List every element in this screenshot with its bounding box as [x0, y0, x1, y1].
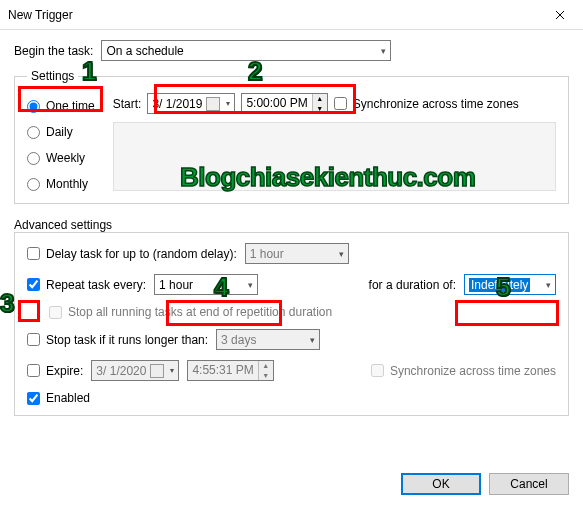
begin-task-combo[interactable]: On a schedule ▾ [101, 40, 391, 61]
sync2-check-input [371, 364, 384, 377]
settings-group: Settings One time Daily Weekly Monthly [14, 69, 569, 204]
begin-task-value: On a schedule [106, 44, 183, 58]
chevron-down-icon: ▾ [242, 280, 253, 290]
radio-monthly[interactable]: Monthly [27, 177, 95, 191]
ok-button[interactable]: OK [401, 473, 481, 495]
window-title: New Trigger [8, 8, 537, 22]
start-label: Start: [113, 97, 142, 111]
chevron-down-icon: ▾ [224, 99, 232, 108]
repeat-check[interactable]: Repeat task every: [27, 278, 146, 292]
sync2-check: Synchronize across time zones [371, 364, 556, 378]
chevron-down-icon: ▾ [168, 366, 176, 375]
chevron-down-icon: ▾ [304, 335, 315, 345]
stop-if-combo: 3 days ▾ [216, 329, 320, 350]
delay-check[interactable]: Delay task for up to (random delay): [27, 247, 237, 261]
delay-check-input[interactable] [27, 247, 40, 260]
start-time-spinner[interactable]: 5:00:00 PM ▲ ▼ [241, 93, 327, 114]
duration-combo[interactable]: Indefinitely ▾ [464, 274, 556, 295]
calendar-icon [150, 364, 164, 378]
repeat-check-input[interactable] [27, 278, 40, 291]
radio-monthly-input[interactable] [27, 178, 40, 191]
sync-timezone-check[interactable]: Synchronize across time zones [334, 97, 519, 111]
enabled-check[interactable]: Enabled [27, 391, 90, 405]
duration-label: for a duration of: [369, 278, 456, 292]
settings-legend: Settings [27, 69, 78, 83]
expire-check[interactable]: Expire: [27, 364, 83, 378]
stop-all-check: Stop all running tasks at end of repetit… [49, 305, 332, 319]
radio-daily[interactable]: Daily [27, 125, 95, 139]
spin-up-icon: ▲ [259, 361, 273, 371]
delay-combo: 1 hour ▾ [245, 243, 349, 264]
cancel-button[interactable]: Cancel [489, 473, 569, 495]
start-date-value: 3/ 1/2019 [152, 97, 202, 111]
schedule-detail-panel [113, 122, 556, 191]
chevron-down-icon: ▾ [375, 46, 386, 56]
stop-if-check[interactable]: Stop task if it runs longer than: [27, 333, 208, 347]
spin-down-icon[interactable]: ▼ [313, 104, 327, 114]
chevron-down-icon: ▾ [333, 249, 344, 259]
expire-time-spinner: 4:55:31 PM ▲ ▼ [187, 360, 273, 381]
spin-down-icon: ▼ [259, 371, 273, 381]
radio-weekly[interactable]: Weekly [27, 151, 95, 165]
repeat-every-combo[interactable]: 1 hour ▾ [154, 274, 258, 295]
radio-weekly-input[interactable] [27, 152, 40, 165]
start-time-value: 5:00:00 PM [242, 94, 311, 113]
begin-task-label: Begin the task: [14, 44, 93, 58]
advanced-group: Delay task for up to (random delay): 1 h… [14, 232, 569, 416]
calendar-icon [206, 97, 220, 111]
spin-up-icon[interactable]: ▲ [313, 94, 327, 104]
titlebar: New Trigger [0, 0, 583, 30]
enabled-check-input[interactable] [27, 392, 40, 405]
radio-daily-input[interactable] [27, 126, 40, 139]
chevron-down-icon: ▾ [540, 280, 551, 290]
start-date-picker[interactable]: 3/ 1/2019 ▾ [147, 93, 235, 114]
expire-date-picker: 3/ 1/2020 ▾ [91, 360, 179, 381]
sync-timezone-input[interactable] [334, 97, 347, 110]
radio-one-time[interactable]: One time [27, 99, 95, 113]
stop-if-check-input[interactable] [27, 333, 40, 346]
expire-check-input[interactable] [27, 364, 40, 377]
radio-one-time-input[interactable] [27, 100, 40, 113]
close-button[interactable] [537, 0, 583, 30]
stop-all-check-input [49, 306, 62, 319]
advanced-title: Advanced settings [14, 218, 569, 232]
